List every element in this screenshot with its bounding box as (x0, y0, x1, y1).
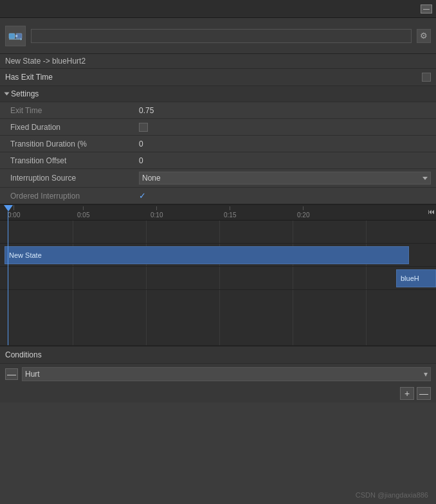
exit-time-label: Exit Time (10, 106, 139, 115)
watermark: CSDN @jiangdaxia886 (356, 491, 428, 499)
interruption-source-label: Interruption Source (10, 174, 139, 183)
ordered-interruption-row: Ordered Interruption ✓ (0, 187, 436, 204)
interruption-dropdown-arrow-icon (422, 177, 428, 180)
timeline-tracks: New State blueH (0, 221, 436, 345)
transition-duration-value: 0 (139, 140, 431, 148)
header-input[interactable] (31, 29, 412, 43)
track-row-new-state: New State (0, 244, 436, 267)
condition-remove-button[interactable]: — (5, 368, 18, 380)
timeline-end-controls: ⏮ (428, 208, 435, 215)
timeline-container: 0:00 0:05 0:10 0:15 0:20 ⏮ (0, 204, 436, 345)
has-exit-time-checkbox[interactable] (422, 73, 431, 82)
top-bar: — (0, 0, 436, 18)
new-state-bar[interactable]: New State (5, 246, 409, 264)
settings-header[interactable]: Settings (0, 86, 436, 102)
ruler-marker-1: 0:05 (77, 206, 89, 219)
add-condition-button[interactable]: + (400, 387, 414, 400)
transition-offset-value: 0 (139, 156, 431, 165)
timeline-ruler: 0:00 0:05 0:10 0:15 0:20 ⏮ (0, 205, 436, 221)
exit-time-value: 0.75 (139, 106, 431, 115)
has-exit-time-label: Has Exit Time (5, 73, 417, 82)
exit-time-row: Exit Time 0.75 (0, 102, 436, 118)
transition-duration-label: Transition Duration (% (10, 140, 139, 148)
conditions-toolbar: + — (0, 384, 436, 402)
transition-icon (5, 26, 26, 46)
track-row-blue-hurt: blueH (0, 267, 436, 290)
transition-offset-row: Transition Offset 0 (0, 152, 436, 168)
settings-label: Settings (11, 89, 39, 98)
conditions-label: Conditions (5, 350, 42, 359)
condition-value: Hurt (25, 370, 40, 379)
interruption-source-value: None (142, 174, 161, 183)
svg-rect-0 (9, 33, 15, 39)
fixed-duration-row: Fixed Duration (0, 118, 436, 135)
ordered-interruption-checkmark: ✓ (139, 191, 146, 201)
conditions-header: Conditions (0, 346, 436, 364)
ruler-marker-4: 0:20 (297, 206, 309, 219)
interruption-source-row: Interruption Source None (0, 168, 436, 187)
settings-section: Settings Exit Time 0.75 Fixed Duration T… (0, 86, 436, 204)
ordered-interruption-label: Ordered Interruption (10, 192, 139, 201)
condition-dropdown-arrow-icon: ▾ (424, 370, 428, 379)
transition-offset-label: Transition Offset (10, 156, 139, 165)
minimize-button[interactable]: — (421, 4, 432, 14)
playhead-line (8, 212, 8, 345)
playhead-icon[interactable] (4, 205, 13, 212)
condition-dropdown[interactable]: Hurt ▾ (22, 367, 431, 381)
fixed-duration-label: Fixed Duration (10, 123, 139, 132)
settings-triangle-icon (5, 93, 10, 96)
gear-button[interactable]: ⚙ (417, 29, 431, 43)
track-row-empty-1 (0, 221, 436, 244)
conditions-section: Conditions — Hurt ▾ + — (0, 345, 436, 402)
new-state-label: New State (9, 251, 42, 259)
fixed-duration-checkbox[interactable] (139, 123, 148, 132)
transition-title: New State -> blueHurt2 (0, 54, 436, 68)
blue-hurt-label: blueH (401, 274, 419, 282)
has-exit-time-row: Has Exit Time (0, 68, 436, 86)
condition-row: — Hurt ▾ (0, 364, 436, 384)
ruler-marker-2: 0:10 (150, 206, 163, 219)
remove-condition-button[interactable]: — (417, 387, 431, 400)
header-row: ⚙ (0, 18, 436, 54)
interruption-source-select[interactable]: None (139, 172, 431, 184)
blue-hurt-bar[interactable]: blueH (396, 269, 436, 287)
transition-duration-row: Transition Duration (% 0 (0, 135, 436, 152)
ruler-marker-3: 0:15 (224, 206, 236, 219)
